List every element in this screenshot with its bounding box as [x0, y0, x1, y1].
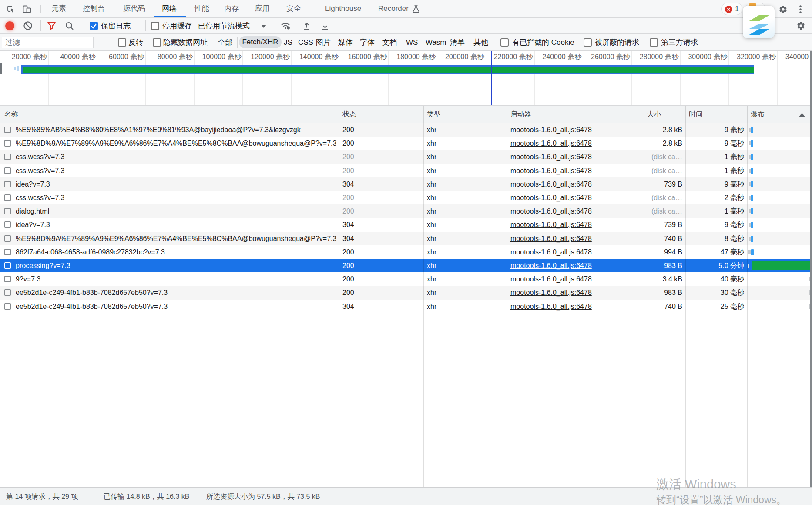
row-checkbox[interactable] — [4, 127, 11, 133]
request-row[interactable]: ee5b2d1e-c249-4fb1-b83b-7082d657eb50?v=7… — [0, 300, 810, 313]
filter-funnel-icon[interactable] — [47, 22, 56, 30]
request-row[interactable]: %E5%8D%9A%E7%89%A9%E9%A6%86%E7%A4%BE%E5%… — [0, 232, 810, 245]
tab-5[interactable]: 性能 — [195, 0, 209, 17]
hide-data-urls-label[interactable]: 隐藏数据网址 — [163, 34, 208, 51]
blocked-cookies-label[interactable]: 有已拦截的 Cookie — [512, 34, 574, 51]
row-checkbox[interactable] — [4, 208, 11, 214]
request-row[interactable]: idea?v=7.3304xhrmootools-1.6.0_all.js:64… — [0, 177, 810, 191]
request-initiator-link[interactable]: mootools-1.6.0_all.js:6478 — [510, 204, 592, 218]
blocked-requests-label[interactable]: 被屏蔽的请求 — [595, 34, 639, 51]
invert-label[interactable]: 反转 — [128, 34, 143, 51]
request-initiator-link[interactable]: mootools-1.6.0_all.js:6478 — [510, 191, 592, 204]
tab-6[interactable]: 内存 — [224, 0, 239, 17]
request-row[interactable]: css.wcss?v=7.3200xhrmootools-1.6.0_all.j… — [0, 191, 810, 204]
search-icon[interactable] — [65, 22, 74, 30]
row-checkbox[interactable] — [4, 194, 11, 201]
third-party-checkbox[interactable] — [650, 38, 658, 47]
import-har-icon[interactable] — [302, 21, 311, 30]
request-row[interactable]: %E5%85%AB%E4%B8%80%E8%A1%97%E9%81%93A@ba… — [0, 123, 810, 137]
clear-network-log-icon[interactable] — [23, 21, 33, 30]
request-row[interactable]: idea?v=7.3304xhrmootools-1.6.0_all.js:64… — [0, 218, 810, 231]
filter-type-8[interactable]: 文档 — [382, 34, 397, 51]
request-initiator-link[interactable]: mootools-1.6.0_all.js:6478 — [510, 245, 592, 259]
column-header-2[interactable]: 状态 — [342, 106, 356, 123]
settings-gear-icon[interactable] — [778, 5, 788, 14]
export-har-icon[interactable] — [321, 21, 329, 30]
tab-2[interactable]: 控制台 — [83, 0, 105, 17]
column-separator[interactable] — [341, 106, 341, 487]
filter-type-7[interactable]: 字体 — [360, 34, 375, 51]
row-checkbox[interactable] — [4, 289, 11, 296]
column-header-1[interactable]: 名称 — [4, 106, 18, 123]
blocked-cookies-checkbox[interactable] — [500, 38, 509, 47]
column-separator[interactable] — [747, 106, 748, 487]
request-initiator-link[interactable]: mootools-1.6.0_all.js:6478 — [510, 259, 592, 272]
overview-left-handle[interactable] — [0, 63, 2, 74]
request-row[interactable]: 9?v=7.3200xhrmootools-1.6.0_all.js:64783… — [0, 272, 810, 286]
row-checkbox[interactable] — [4, 140, 11, 147]
column-header-3[interactable]: 类型 — [427, 106, 441, 123]
filter-type-12[interactable]: 其他 — [473, 34, 488, 51]
request-initiator-link[interactable]: mootools-1.6.0_all.js:6478 — [510, 150, 592, 164]
column-separator[interactable] — [507, 106, 507, 487]
column-separator[interactable] — [685, 106, 686, 487]
throttling-dropdown[interactable]: 已停用节流模式 — [198, 18, 250, 34]
tab-7[interactable]: 应用 — [255, 0, 270, 17]
request-initiator-link[interactable]: mootools-1.6.0_all.js:6478 — [510, 164, 592, 177]
request-row[interactable]: css.wcss?v=7.3200xhrmootools-1.6.0_all.j… — [0, 150, 810, 164]
request-initiator-link[interactable]: mootools-1.6.0_all.js:6478 — [510, 232, 592, 245]
request-row[interactable]: 862f7a64-c068-4658-adf6-0989c27832bc?v=7… — [0, 245, 810, 259]
row-checkbox[interactable] — [4, 262, 11, 269]
throttling-caret-icon[interactable] — [261, 25, 266, 28]
row-checkbox[interactable] — [4, 303, 11, 310]
blocked-requests-checkbox[interactable] — [584, 38, 592, 47]
request-initiator-link[interactable]: mootools-1.6.0_all.js:6478 — [510, 123, 592, 137]
filter-type-6[interactable]: 媒体 — [338, 34, 353, 51]
request-row[interactable]: %E5%8D%9A%E7%89%A9%E9%A6%86%E7%A4%BE%E5%… — [0, 137, 810, 150]
filter-type-3[interactable]: JS — [284, 34, 292, 51]
request-initiator-link[interactable]: mootools-1.6.0_all.js:6478 — [510, 272, 592, 286]
request-row[interactable]: dialog.html200xhrmootools-1.6.0_all.js:6… — [0, 204, 810, 218]
third-party-label[interactable]: 第三方请求 — [661, 34, 698, 51]
request-row[interactable]: processing?v=7.3200xhrmootools-1.6.0_all… — [0, 259, 810, 272]
record-network-log-icon[interactable] — [5, 21, 14, 30]
column-header-5[interactable]: 大小 — [647, 106, 661, 123]
filter-type-11[interactable]: 清单 — [450, 34, 465, 51]
request-initiator-link[interactable]: mootools-1.6.0_all.js:6478 — [510, 177, 592, 191]
column-header-4[interactable]: 启动器 — [510, 106, 531, 123]
tab-8[interactable]: 安全 — [286, 0, 301, 17]
request-initiator-link[interactable]: mootools-1.6.0_all.js:6478 — [510, 300, 592, 313]
request-initiator-link[interactable]: mootools-1.6.0_all.js:6478 — [510, 137, 592, 150]
request-row[interactable]: ee5b2d1e-c249-4fb1-b83b-7082d657eb50?v=7… — [0, 286, 810, 299]
more-options-icon[interactable] — [799, 5, 802, 13]
network-conditions-icon[interactable] — [280, 21, 291, 30]
tab-10[interactable]: Recorder — [378, 0, 409, 17]
row-checkbox[interactable] — [4, 221, 11, 228]
sort-ascending-icon[interactable] — [799, 113, 805, 117]
row-checkbox[interactable] — [4, 154, 11, 160]
filter-type-10[interactable]: Wasm — [426, 34, 446, 51]
row-checkbox[interactable] — [4, 167, 11, 174]
device-toolbar-icon[interactable] — [22, 5, 32, 14]
row-checkbox[interactable] — [4, 181, 11, 187]
filter-type-1[interactable]: 全部 — [218, 34, 232, 51]
filter-type-9[interactable]: WS — [406, 34, 418, 51]
row-checkbox[interactable] — [4, 276, 11, 282]
preserve-log-checkbox[interactable] — [90, 22, 98, 30]
tab-3[interactable]: 源代码 — [123, 0, 145, 17]
tab-9[interactable]: Lighthouse — [325, 0, 361, 17]
column-header-7[interactable]: 瀑布 — [751, 106, 765, 123]
row-checkbox[interactable] — [4, 249, 11, 255]
request-row[interactable]: css.wcss?v=7.3200xhrmootools-1.6.0_all.j… — [0, 164, 810, 177]
request-initiator-link[interactable]: mootools-1.6.0_all.js:6478 — [510, 286, 592, 299]
disable-cache-checkbox[interactable] — [151, 22, 159, 30]
column-header-6[interactable]: 时间 — [689, 106, 703, 123]
column-separator[interactable] — [423, 106, 424, 487]
invert-checkbox[interactable] — [118, 38, 126, 47]
request-initiator-link[interactable]: mootools-1.6.0_all.js:6478 — [510, 218, 592, 231]
row-checkbox[interactable] — [4, 235, 11, 242]
filter-input[interactable]: 过滤 — [2, 37, 94, 48]
disable-cache-label[interactable]: 停用缓存 — [162, 18, 192, 34]
hide-data-urls-checkbox[interactable] — [153, 38, 161, 47]
tab-4[interactable]: 网络 — [162, 0, 177, 17]
